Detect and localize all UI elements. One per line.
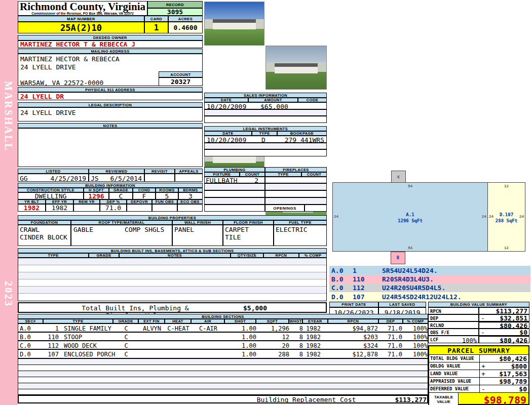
reviewed-date: 6/5/2014 — [110, 175, 142, 182]
empty-row — [265, 197, 327, 205]
building-information-header: BUILDING INFORMATION — [18, 183, 203, 188]
row-sqft: 1,296 — [256, 325, 289, 332]
empty-row — [204, 205, 265, 212]
row-dep: 71.0 — [379, 325, 402, 332]
empty-row — [18, 377, 428, 383]
row-air: C-AIR — [192, 325, 225, 332]
replacement-cost-label: Building Replacement Cost New — [252, 396, 361, 405]
row-sqft: 288 — [256, 351, 289, 358]
builtin-type-header: TYPE — [18, 253, 89, 258]
building-sections-header: BUILDING SECTIONS — [18, 314, 428, 319]
row-dep: 71.0 — [379, 342, 402, 349]
vector-path: R20SR4D3L4U3. — [382, 275, 530, 283]
row-rpcn: $94,872 — [328, 325, 378, 332]
section-row-b: B.0 110 STOOP C 1.00 12 8 1982 $203 71.0… — [18, 332, 428, 341]
openings-value — [305, 205, 327, 212]
reviewed-by: JS — [91, 175, 99, 182]
row-grade: C — [113, 325, 139, 332]
vector-num: 1 — [353, 267, 382, 274]
deeded-owner-value: MARTINEZ HECTOR T & REBECCA J — [18, 40, 203, 48]
grade-col-header: GRADE — [113, 319, 138, 323]
row-sec: D.0 — [20, 351, 31, 358]
bvs-dep-row: -$32,851 — [479, 314, 529, 321]
row-dep: 71.0 — [379, 351, 402, 358]
row-name: ENCLOSED PORCH — [64, 351, 115, 358]
construction-style-value: DWELLING — [18, 192, 84, 199]
revisit-header: REVISIT — [144, 169, 175, 174]
row-eyear: 1982 — [306, 334, 331, 341]
bvs-lcf-value: $80,426 — [500, 337, 527, 344]
roof-header: ROOF TYPE/MATERIAL — [71, 220, 172, 225]
empty-row — [265, 183, 327, 190]
empty-row — [18, 389, 428, 394]
sections-empty-rows — [18, 358, 428, 395]
empty-row — [18, 371, 428, 377]
empty-row — [204, 149, 327, 156]
floor-line-2: TILE — [225, 233, 273, 241]
row-grade: C — [113, 334, 139, 341]
fuel-type-value: ELECTRIC — [274, 225, 327, 246]
commissioner-subtitle: Commissioner of the Revenue, PO Box 366,… — [18, 12, 147, 15]
openings-label: OPENINGS — [265, 205, 305, 212]
row-shgt: 1.00 — [225, 334, 256, 341]
legal-description-header: LEGAL DESCRIPTION — [18, 102, 203, 107]
effyr-header: EFF YR — [46, 199, 73, 204]
dim-a-left: 24 — [334, 214, 338, 219]
row-whgt: 8 — [289, 325, 303, 332]
ecoobs-value — [177, 204, 203, 212]
parcel-summary-title: PARCEL SUMMARY — [429, 346, 528, 355]
row-rpcn: $324 — [328, 342, 378, 349]
house-shape — [275, 63, 318, 73]
empty-row — [204, 109, 327, 116]
county-header: Richmond County, Virginia Commissioner o… — [18, 1, 147, 16]
fuel-type-header: FUEL TYPE — [274, 220, 327, 225]
empty-row — [18, 365, 428, 371]
appeals-value — [175, 174, 203, 182]
notes-header: NOTES — [18, 123, 203, 128]
empty-row — [204, 197, 265, 205]
row-shgt: 1.00 — [225, 351, 256, 358]
sketch-area-a-label: A.1 — [333, 212, 487, 217]
row-num: 107 — [43, 351, 59, 358]
floor-line-1: CARPET — [225, 226, 273, 233]
shgt-header: SHGT — [224, 319, 256, 323]
comp-header: % COMP — [403, 319, 428, 323]
builtin-qty-header: QTY/SIZE — [231, 253, 263, 258]
map-number-value: 25A(2)10 — [18, 22, 144, 33]
row-heat: C-HEAT — [165, 325, 192, 332]
account-value: 20327 — [159, 77, 203, 86]
bvs-lcf-pct: 100% — [462, 337, 477, 344]
sections-footer-row: Building Replacement Cost New $113,277 — [18, 395, 428, 403]
bvs-obs-value: $0 — [519, 329, 527, 336]
notes-box — [18, 128, 203, 167]
yrblt-header: YR BLT — [18, 199, 46, 204]
parcel-value: $800 — [511, 362, 527, 370]
dim-d-left: 24 — [489, 214, 493, 219]
bvs-rpcn-row: $113,277 — [479, 307, 529, 314]
last-saved-header: LAST SAVED — [378, 302, 426, 307]
bvs-lcf-label: LCF100% — [428, 336, 479, 343]
bvs-op: - — [481, 329, 485, 336]
parcel-op: - — [481, 385, 485, 393]
roof-material: COMP SHGLS — [125, 226, 164, 233]
empty-row — [18, 359, 428, 365]
bvs-rclnd-label: RCLND — [428, 321, 479, 329]
mailing-address-header: MAILING ADDRESS — [18, 49, 203, 54]
row-shgt: 1.00 — [225, 325, 256, 332]
sales-code-header: CODE — [298, 98, 327, 102]
vector-path: SR54U24L54D24. — [382, 267, 530, 274]
remyr-header: REM YR — [73, 199, 100, 204]
sidebar-year-label: 2023 — [3, 281, 14, 307]
wall-finish-value: PANEL — [172, 225, 223, 246]
foundation-line-2: CINDER BLOCK — [20, 233, 70, 241]
parcel-op: + — [481, 370, 485, 378]
section-row-d: D.0 107 ENCLOSED PORCH C 1.00 288 8 1982… — [18, 349, 428, 358]
acres-value: 0.4600 — [168, 22, 203, 33]
hsqft-value: 1296 — [84, 192, 109, 199]
funobs-header: FUN OBS — [152, 199, 177, 204]
dim-d-right: 24 — [519, 214, 524, 219]
builtin-rpcn-header: RPCN — [263, 253, 299, 258]
empty-row — [18, 272, 326, 279]
row-dep: 71.0 — [379, 334, 402, 341]
plumbing-row: FULLBATH 2 — [204, 177, 265, 183]
